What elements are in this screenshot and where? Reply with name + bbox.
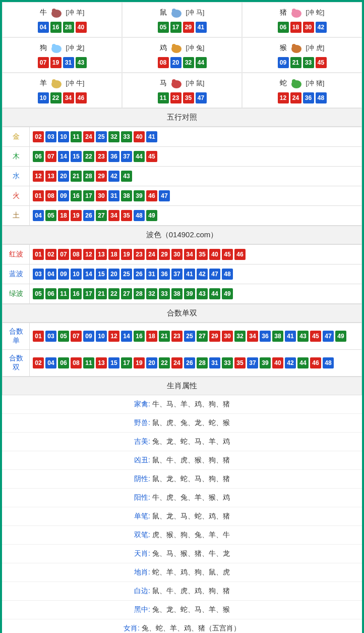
- number-ball: 39: [184, 288, 195, 299]
- attr-row: 野兽: 鼠、虎、兔、龙、蛇、猴: [2, 414, 362, 433]
- number-ball: 35: [234, 357, 246, 368]
- row-label: 合数单: [3, 323, 30, 350]
- number-ball: 37: [121, 151, 132, 162]
- number-ball: 17: [83, 190, 94, 201]
- attr-label: 黑中:: [134, 605, 150, 613]
- heshu-header: 合数单双: [2, 304, 362, 323]
- number-ball: 43: [297, 331, 309, 342]
- zodiac-balls: 08203244: [125, 57, 239, 68]
- number-ball: 41: [285, 331, 296, 342]
- zodiac-name: 马: [160, 79, 167, 88]
- table-row: 火0108091617303138394647: [3, 186, 362, 206]
- number-ball: 47: [159, 190, 170, 201]
- attr-value: 鼠、虎、兔、龙、蛇、猴: [150, 418, 230, 427]
- row-label: 蓝波: [3, 265, 30, 284]
- row-label: 木: [3, 147, 30, 167]
- row-label: 金: [3, 127, 30, 147]
- number-ball: 03: [45, 331, 56, 342]
- zodiac-clash: [冲 蛇]: [306, 8, 325, 17]
- number-ball: 34: [247, 331, 258, 342]
- zodiac-cell: 鼠[冲 马]05172941: [122, 2, 242, 37]
- number-ball: 29: [183, 22, 194, 33]
- zodiac-balls: 12243648: [245, 92, 359, 103]
- attr-value: 鼠、龙、马、蛇、鸡、猪: [150, 512, 230, 520]
- number-ball: 21: [159, 331, 170, 342]
- table-row: 土04051819262734354849: [3, 206, 362, 226]
- number-ball: 22: [83, 151, 94, 162]
- number-ball: 04: [33, 210, 44, 221]
- number-ball: 14: [121, 331, 132, 342]
- attr-row: 阴性: 鼠、龙、蛇、马、狗、猪: [2, 470, 362, 489]
- number-ball: 29: [96, 171, 107, 182]
- number-ball: 09: [278, 57, 289, 68]
- zodiac-icon: [48, 77, 65, 89]
- number-ball: 30: [222, 331, 233, 342]
- zodiac-name: 狗: [40, 43, 47, 52]
- attr-label: 白边:: [134, 587, 150, 595]
- number-ball: 04: [45, 357, 56, 368]
- number-ball: 47: [209, 269, 220, 280]
- number-ball: 06: [45, 288, 56, 299]
- number-ball: 04: [45, 269, 56, 280]
- number-ball: 26: [134, 269, 145, 280]
- number-ball: 32: [146, 288, 157, 299]
- svg-point-5: [292, 9, 296, 13]
- number-ball: 45: [146, 151, 157, 162]
- attr-label: 双笔:: [134, 531, 150, 539]
- number-ball: 16: [71, 288, 82, 299]
- number-ball: 48: [134, 210, 145, 221]
- number-ball: 32: [108, 131, 119, 142]
- number-ball: 05: [158, 22, 169, 33]
- number-ball: 34: [63, 92, 74, 103]
- attr-row: 黑中: 兔、龙、蛇、马、羊、猴: [2, 601, 362, 619]
- number-ball: 40: [134, 131, 145, 142]
- zodiac-clash: [冲 羊]: [66, 8, 85, 17]
- svg-point-7: [52, 44, 56, 48]
- number-ball: 38: [171, 288, 183, 299]
- row-label: 土: [3, 206, 30, 226]
- number-ball: 26: [184, 357, 195, 368]
- zodiac-balls: 06183042: [245, 22, 359, 33]
- attr-label: 家禽:: [134, 400, 150, 408]
- number-ball: 46: [234, 249, 246, 260]
- number-ball: 47: [323, 331, 334, 342]
- row-balls: 0103050709101214161821232527293032343638…: [30, 323, 362, 350]
- zodiac-cell: 猪[冲 蛇]06183042: [242, 2, 362, 37]
- attr-label: 阳性:: [134, 493, 150, 501]
- row-label: 火: [3, 186, 30, 206]
- attr-value: 兔、龙、蛇、马、羊、鸡: [150, 437, 230, 445]
- number-ball: 10: [38, 92, 49, 103]
- number-ball: 23: [171, 331, 183, 342]
- attr-row: 女肖: 兔、蛇、羊、鸡、猪（五宫肖）: [2, 619, 362, 633]
- zodiac-clash: [冲 鼠]: [186, 79, 205, 88]
- number-ball: 41: [184, 269, 195, 280]
- attr-label: 天肖:: [134, 549, 150, 557]
- number-ball: 19: [71, 210, 82, 221]
- number-ball: 27: [121, 288, 132, 299]
- svg-point-15: [172, 79, 176, 83]
- number-ball: 32: [234, 331, 246, 342]
- number-ball: 40: [76, 22, 87, 33]
- number-ball: 43: [121, 171, 132, 182]
- number-ball: 03: [33, 269, 44, 280]
- number-ball: 46: [310, 357, 321, 368]
- zodiac-balls: 07193143: [5, 57, 119, 68]
- row-label: 合数双: [3, 350, 30, 377]
- number-ball: 06: [58, 357, 69, 368]
- row-balls: 06071415222336374445: [30, 147, 362, 167]
- zodiac-icon: [288, 77, 305, 89]
- zodiac-cell: 羊[冲 牛]10223446: [2, 73, 122, 108]
- number-ball: 31: [63, 57, 74, 68]
- number-ball: 31: [108, 190, 119, 201]
- number-ball: 41: [196, 22, 207, 33]
- number-ball: 02: [33, 357, 44, 368]
- number-ball: 19: [121, 249, 132, 260]
- number-ball: 11: [83, 357, 94, 368]
- bose-table: 红波0102070812131819232429303435404546蓝波03…: [2, 244, 362, 304]
- number-ball: 24: [83, 131, 94, 142]
- number-ball: 34: [108, 210, 119, 221]
- number-ball: 42: [285, 357, 296, 368]
- attr-value: 鼠、牛、虎、猴、狗、猪: [150, 456, 230, 464]
- number-ball: 11: [158, 92, 169, 103]
- attr-row: 凶丑: 鼠、牛、虎、猴、狗、猪: [2, 451, 362, 470]
